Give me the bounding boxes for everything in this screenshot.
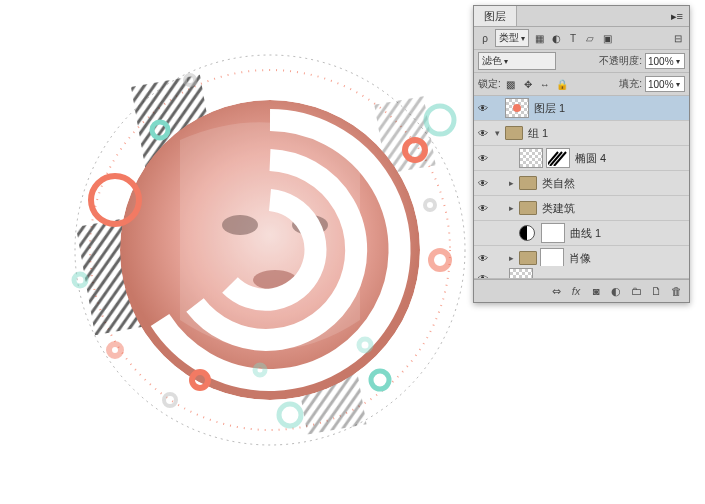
lock-artboard-icon[interactable]: ↔ <box>538 77 552 91</box>
visibility-toggle[interactable]: 👁 <box>474 203 492 214</box>
filter-adjust-icon[interactable]: ◐ <box>549 31 563 45</box>
layer-row[interactable]: 👁▾组 1 <box>474 121 689 146</box>
visibility-toggle[interactable]: 👁 <box>474 178 492 189</box>
new-layer-icon[interactable]: 🗋 <box>649 284 663 298</box>
layer-name[interactable]: 肖像 <box>567 251 689 266</box>
disclosure-triangle[interactable]: ▸ <box>506 178 516 188</box>
visibility-toggle[interactable]: 👁 <box>474 128 492 139</box>
layer-name[interactable]: 类自然 <box>540 176 689 191</box>
svg-point-14 <box>431 251 449 269</box>
filter-toggle-switch[interactable]: ⊟ <box>671 31 685 45</box>
visibility-toggle[interactable]: 👁 <box>474 103 492 114</box>
link-layers-icon[interactable]: ⇔ <box>549 284 563 298</box>
layer-row[interactable]: 👁▸类建筑 <box>474 196 689 221</box>
lock-pixels-icon[interactable]: ▩ <box>504 77 518 91</box>
svg-point-19 <box>74 274 86 286</box>
disclosure-triangle[interactable]: ▸ <box>506 253 516 263</box>
layers-panel: 图层 ▸≡ ρ 类型▾ ▦ ◐ T ▱ ▣ ⊟ 滤色▾ 不透明度: 100%▾ … <box>473 5 690 303</box>
filter-pixel-icon[interactable]: ▦ <box>532 31 546 45</box>
svg-point-18 <box>426 106 454 134</box>
svg-point-24 <box>164 394 176 406</box>
layer-name[interactable]: 图层 1 <box>532 101 689 116</box>
filter-smart-icon[interactable]: ▣ <box>600 31 614 45</box>
adjustment-icon <box>519 225 535 241</box>
layer-name[interactable]: 椭圆 4 <box>573 151 689 166</box>
layer-row[interactable]: 👁图层 1 <box>474 96 689 121</box>
layer-mask-thumb[interactable] <box>541 223 565 243</box>
layer-row[interactable]: 👁▸肖像 <box>474 246 689 266</box>
layer-name[interactable]: 组 1 <box>526 126 689 141</box>
svg-point-20 <box>279 404 301 426</box>
folder-icon <box>519 201 537 215</box>
filter-shape-icon[interactable]: ▱ <box>583 31 597 45</box>
layer-mask-thumb[interactable] <box>540 248 564 266</box>
visibility-toggle[interactable]: 👁 <box>474 153 492 164</box>
layer-thumb[interactable] <box>519 148 543 168</box>
layer-thumb[interactable] <box>505 98 529 118</box>
panel-tab-bar: 图层 ▸≡ <box>474 6 689 27</box>
new-adjustment-icon[interactable]: ◐ <box>609 284 623 298</box>
layer-fx-icon[interactable]: fx <box>569 284 583 298</box>
layer-name[interactable]: 类建筑 <box>540 201 689 216</box>
svg-point-25 <box>425 200 435 210</box>
layer-filter-row: ρ 类型▾ ▦ ◐ T ▱ ▣ ⊟ <box>474 27 689 50</box>
document-canvas[interactable] <box>20 20 480 480</box>
search-icon: ρ <box>478 31 492 45</box>
filter-kind-dropdown[interactable]: 类型▾ <box>495 29 529 47</box>
add-mask-icon[interactable]: ◙ <box>589 284 603 298</box>
opacity-label: 不透明度: <box>599 54 642 68</box>
panel-tab-layers[interactable]: 图层 <box>474 6 517 26</box>
lock-all-icon[interactable]: 🔒 <box>555 77 569 91</box>
layer-name[interactable]: 曲线 1 <box>568 226 689 241</box>
fill-input[interactable]: 100%▾ <box>645 76 685 92</box>
disclosure-triangle[interactable]: ▾ <box>492 128 502 138</box>
filter-type-icon[interactable]: T <box>566 31 580 45</box>
blend-opacity-row: 滤色▾ 不透明度: 100%▾ <box>474 50 689 73</box>
disclosure-triangle[interactable]: ▸ <box>506 203 516 213</box>
folder-icon <box>519 176 537 190</box>
panel-menu-icon[interactable]: ▸≡ <box>665 8 689 25</box>
panel-footer: ⇔ fx ◙ ◐ 🗀 🗋 🗑 <box>474 279 689 302</box>
layers-list: 👁图层 1👁▾组 1👁椭圆 4👁▸类自然👁▸类建筑曲线 1👁▸肖像 <box>474 96 689 266</box>
svg-point-16 <box>109 344 121 356</box>
folder-icon <box>519 251 537 265</box>
layer-row[interactable]: 👁▸类自然 <box>474 171 689 196</box>
blend-mode-dropdown[interactable]: 滤色▾ <box>478 52 556 70</box>
new-group-icon[interactable]: 🗀 <box>629 284 643 298</box>
lock-label: 锁定: <box>478 77 501 91</box>
opacity-input[interactable]: 100%▾ <box>645 53 685 69</box>
layer-row[interactable]: 👁椭圆 4 <box>474 146 689 171</box>
layer-mask-thumb[interactable] <box>546 148 570 168</box>
visibility-toggle[interactable]: 👁 <box>474 253 492 264</box>
fill-label: 填充: <box>619 77 642 91</box>
folder-icon <box>505 126 523 140</box>
lock-fill-row: 锁定: ▩ ✥ ↔ 🔒 填充: 100%▾ <box>474 73 689 96</box>
delete-layer-icon[interactable]: 🗑 <box>669 284 683 298</box>
svg-point-21 <box>371 371 389 389</box>
layer-row[interactable]: 曲线 1 <box>474 221 689 246</box>
lock-position-icon[interactable]: ✥ <box>521 77 535 91</box>
